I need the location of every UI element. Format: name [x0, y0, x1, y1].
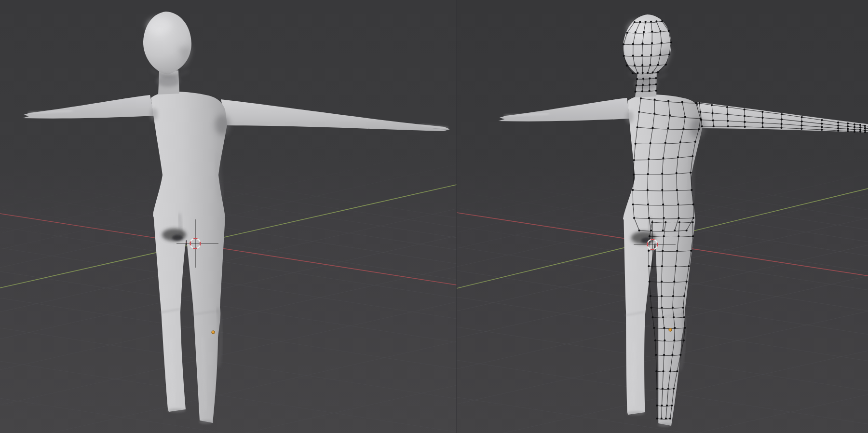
viewport-edit-mode[interactable] [457, 0, 868, 433]
object-origin-dot[interactable] [212, 331, 215, 334]
3d-viewport-canvas[interactable] [0, 0, 868, 433]
object-origin-dot[interactable] [669, 328, 672, 331]
blender-viewport-comparison [0, 0, 868, 433]
viewport-divider [456, 0, 457, 433]
